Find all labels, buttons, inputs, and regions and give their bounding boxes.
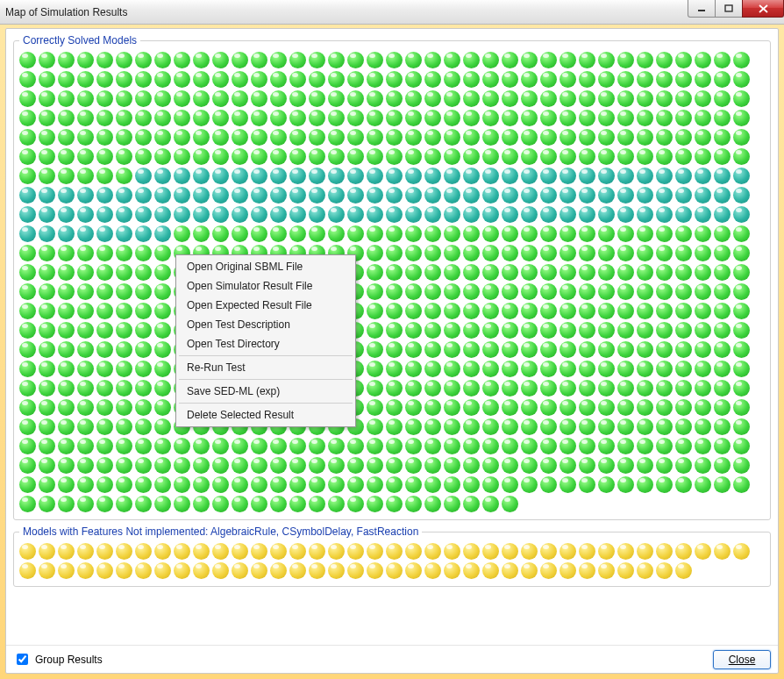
result-dot[interactable] [656,245,673,261]
result-dot[interactable] [58,380,75,397]
result-dot[interactable] [637,129,653,146]
result-dot[interactable] [251,496,267,512]
result-dot[interactable] [695,341,711,358]
result-dot[interactable] [19,476,36,493]
result-dot[interactable] [733,187,750,204]
result-dot[interactable] [463,71,480,88]
result-dot[interactable] [39,457,55,474]
result-dot[interactable] [444,71,460,88]
result-dot[interactable] [695,303,711,319]
result-dot[interactable] [598,418,615,435]
result-dot[interactable] [19,187,36,204]
result-dot[interactable] [502,380,518,397]
result-dot[interactable] [58,543,75,560]
result-dot[interactable] [367,562,383,579]
result-dot[interactable] [77,129,94,146]
result-dot[interactable] [617,361,634,377]
result-dot[interactable] [347,71,364,88]
result-dot[interactable] [617,206,634,223]
result-dot[interactable] [328,71,345,88]
result-dot[interactable] [154,52,171,68]
result-dot[interactable] [617,283,634,300]
result-dot[interactable] [695,90,711,107]
result-dot[interactable] [19,418,36,435]
result-dot[interactable] [656,168,673,184]
result-dot[interactable] [174,476,190,493]
result-dot[interactable] [695,148,711,165]
result-dot[interactable] [579,225,595,242]
result-dot[interactable] [579,457,595,474]
result-dot[interactable] [96,206,113,223]
result-dot[interactable] [58,110,75,126]
result-dot[interactable] [579,361,595,377]
result-dot[interactable] [96,476,113,493]
result-dot[interactable] [58,496,75,512]
result-dot[interactable] [212,206,229,223]
result-dot[interactable] [135,496,152,512]
result-dot[interactable] [540,245,557,261]
result-dot[interactable] [463,245,480,261]
result-dot[interactable] [154,476,171,493]
result-dot[interactable] [212,225,229,242]
result-dot[interactable] [617,52,634,68]
result-dot[interactable] [347,129,364,146]
result-dot[interactable] [328,148,345,165]
result-dot[interactable] [116,476,132,493]
result-dot[interactable] [598,283,615,300]
result-dot[interactable] [77,187,94,204]
result-dot[interactable] [77,476,94,493]
result-dot[interactable] [695,418,711,435]
result-dot[interactable] [96,129,113,146]
result-dot[interactable] [19,206,36,223]
result-dot[interactable] [193,457,210,474]
result-dot[interactable] [58,52,75,68]
result-dot[interactable] [39,380,55,397]
result-dot[interactable] [39,245,55,261]
result-dot[interactable] [116,322,132,339]
result-dot[interactable] [482,187,499,204]
result-dot[interactable] [617,129,634,146]
result-dot[interactable] [637,206,653,223]
result-dot[interactable] [270,110,287,126]
result-dot[interactable] [656,283,673,300]
result-dot[interactable] [386,341,403,358]
result-dot[interactable] [559,110,576,126]
result-dot[interactable] [193,476,210,493]
result-dot[interactable] [328,168,345,184]
result-dot[interactable] [714,438,731,454]
result-dot[interactable] [174,438,190,454]
result-dot[interactable] [656,71,673,88]
result-dot[interactable] [714,52,731,68]
result-dot[interactable] [617,225,634,242]
result-dot[interactable] [347,225,364,242]
result-dot[interactable] [579,303,595,319]
result-dot[interactable] [19,438,36,454]
result-dot[interactable] [559,438,576,454]
result-dot[interactable] [251,457,267,474]
result-dot[interactable] [77,283,94,300]
result-dot[interactable] [675,225,692,242]
result-dot[interactable] [386,110,403,126]
result-dot[interactable] [540,52,557,68]
result-dot[interactable] [637,264,653,281]
result-dot[interactable] [58,206,75,223]
result-dot[interactable] [116,187,132,204]
result-dot[interactable] [444,264,460,281]
result-dot[interactable] [135,245,152,261]
result-dot[interactable] [154,380,171,397]
result-dot[interactable] [695,543,711,560]
result-dot[interactable] [637,168,653,184]
result-dot[interactable] [174,543,190,560]
result-dot[interactable] [521,90,538,107]
result-dot[interactable] [502,168,518,184]
result-dot[interactable] [714,418,731,435]
result-dot[interactable] [19,543,36,560]
result-dot[interactable] [598,380,615,397]
result-dot[interactable] [58,399,75,416]
result-dot[interactable] [579,283,595,300]
result-dot[interactable] [521,283,538,300]
result-dot[interactable] [579,438,595,454]
result-dot[interactable] [695,225,711,242]
result-dot[interactable] [502,543,518,560]
result-dot[interactable] [386,380,403,397]
